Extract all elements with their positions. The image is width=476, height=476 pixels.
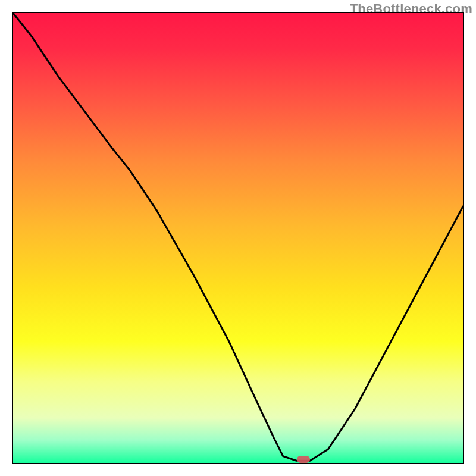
curve-layer	[13, 13, 463, 463]
plot-area	[12, 12, 464, 464]
bottleneck-curve-path	[13, 13, 463, 461]
chart-container: { "watermark": "TheBottleneck.com", "cha…	[0, 0, 476, 476]
optimal-point-marker	[297, 456, 310, 463]
